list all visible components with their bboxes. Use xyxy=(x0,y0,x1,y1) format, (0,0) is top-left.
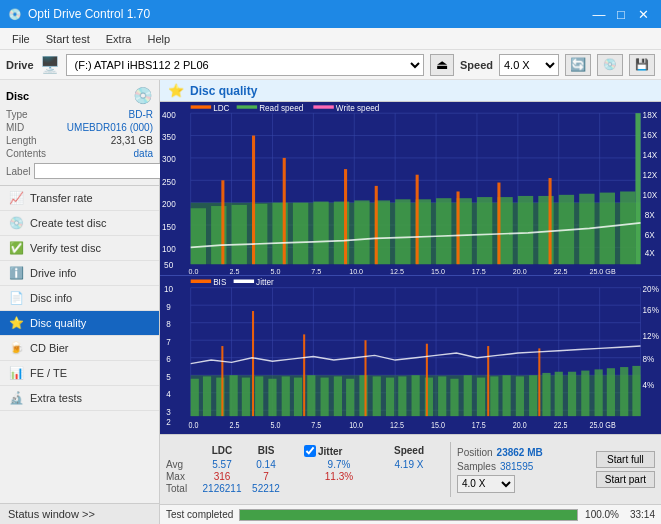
svg-text:10.0: 10.0 xyxy=(349,421,363,431)
length-label: Length xyxy=(6,135,37,146)
jitter-checkbox[interactable] xyxy=(304,445,316,457)
svg-rect-145 xyxy=(303,335,305,417)
start-full-button[interactable]: Start full xyxy=(596,451,655,468)
svg-rect-118 xyxy=(321,378,329,417)
svg-rect-112 xyxy=(242,378,250,417)
svg-rect-134 xyxy=(529,376,537,417)
contents-label: Contents xyxy=(6,148,46,159)
progress-percent: 100.0% xyxy=(584,509,619,520)
maximize-button[interactable]: □ xyxy=(611,4,631,24)
nav-verify-test-disc-label: Verify test disc xyxy=(30,242,101,254)
progress-bar-container xyxy=(239,509,578,521)
svg-text:50: 50 xyxy=(164,259,173,269)
menu-bar: File Start test Extra Help xyxy=(0,28,661,50)
nav-create-test-disc-label: Create test disc xyxy=(30,217,106,229)
refresh-button[interactable]: 🔄 xyxy=(565,54,591,76)
max-label: Max xyxy=(166,471,198,482)
samples-value: 381595 xyxy=(500,461,533,472)
svg-rect-127 xyxy=(438,377,446,417)
svg-rect-45 xyxy=(252,136,255,265)
nav-disc-info-label: Disc info xyxy=(30,292,72,304)
svg-text:100: 100 xyxy=(162,244,176,254)
disc-button[interactable]: 💿 xyxy=(597,54,623,76)
svg-text:7.5: 7.5 xyxy=(311,267,321,275)
bis-header: BIS xyxy=(246,445,286,457)
speed-label: Speed xyxy=(460,59,493,71)
top-chart-svg: 400 350 300 250 200 150 100 50 18X 16X 1… xyxy=(160,102,661,275)
svg-rect-115 xyxy=(282,377,290,417)
svg-rect-48 xyxy=(375,186,378,264)
disc-quality-header-icon: ⭐ xyxy=(168,83,184,98)
nav-drive-info[interactable]: ℹ️ Drive info xyxy=(0,261,159,286)
menu-help[interactable]: Help xyxy=(139,31,178,47)
svg-text:400: 400 xyxy=(162,109,176,119)
svg-text:7: 7 xyxy=(166,337,171,348)
svg-rect-116 xyxy=(294,378,302,417)
label-input[interactable] xyxy=(34,163,167,179)
type-label: Type xyxy=(6,109,28,120)
menu-start-test[interactable]: Start test xyxy=(38,31,98,47)
svg-text:12%: 12% xyxy=(643,331,660,342)
nav-create-test-disc[interactable]: 💿 Create test disc xyxy=(0,211,159,236)
nav-extra-tests-label: Extra tests xyxy=(30,392,82,404)
nav-disc-info[interactable]: 📄 Disc info xyxy=(0,286,159,311)
minimize-button[interactable]: — xyxy=(589,4,609,24)
nav-transfer-rate[interactable]: 📈 Transfer rate xyxy=(0,186,159,211)
svg-text:6: 6 xyxy=(166,354,171,365)
length-value: 23,31 GB xyxy=(111,135,153,146)
nav-fe-te[interactable]: 📊 FE / TE xyxy=(0,361,159,386)
status-window-button[interactable]: Status window >> xyxy=(0,503,159,524)
menu-extra[interactable]: Extra xyxy=(98,31,140,47)
content-area: ⭐ Disc quality xyxy=(160,80,661,524)
disc-panel-title: Disc xyxy=(6,90,29,102)
disc-info-icon: 📄 xyxy=(8,291,24,305)
svg-rect-23 xyxy=(232,205,247,264)
close-button[interactable]: ✕ xyxy=(633,4,653,24)
svg-text:10.0: 10.0 xyxy=(349,267,363,275)
svg-text:20%: 20% xyxy=(643,284,660,295)
svg-rect-35 xyxy=(477,197,492,264)
svg-text:17.5: 17.5 xyxy=(472,421,486,431)
svg-rect-21 xyxy=(191,208,206,264)
svg-rect-137 xyxy=(568,372,576,416)
svg-rect-146 xyxy=(364,341,366,417)
svg-rect-122 xyxy=(373,377,381,417)
save-button[interactable]: 💾 xyxy=(629,54,655,76)
svg-rect-37 xyxy=(518,196,533,264)
mid-value: UMEBDR016 (000) xyxy=(67,122,153,133)
eject-button[interactable]: ⏏ xyxy=(430,54,454,76)
drive-select[interactable]: (F:) ATAPI iHBS112 2 PL06 xyxy=(66,54,424,76)
svg-text:8%: 8% xyxy=(643,354,655,365)
svg-text:Jitter: Jitter xyxy=(256,277,274,288)
nav-verify-test-disc[interactable]: ✅ Verify test disc xyxy=(0,236,159,261)
svg-text:350: 350 xyxy=(162,132,176,142)
test-speed-select[interactable]: 4.0 X xyxy=(457,475,515,493)
sidebar: Disc 💿 Type BD-R MID UMEBDR016 (000) Len… xyxy=(0,80,160,524)
avg-bis: 0.14 xyxy=(246,459,286,470)
svg-text:BIS: BIS xyxy=(213,277,226,288)
svg-text:200: 200 xyxy=(162,199,176,209)
svg-text:25.0 GB: 25.0 GB xyxy=(589,421,615,431)
svg-rect-31 xyxy=(395,199,410,264)
mid-label: MID xyxy=(6,122,24,133)
menu-file[interactable]: File xyxy=(4,31,38,47)
speed-select[interactable]: 4.0 X xyxy=(499,54,559,76)
total-label: Total xyxy=(166,483,198,494)
max-ldc: 316 xyxy=(198,471,246,482)
svg-text:12.5: 12.5 xyxy=(390,267,404,275)
nav-cd-bier[interactable]: 🍺 CD Bier xyxy=(0,336,159,361)
cd-bier-icon: 🍺 xyxy=(8,341,24,355)
start-part-button[interactable]: Start part xyxy=(596,471,655,488)
extra-tests-icon: 🔬 xyxy=(8,391,24,405)
nav-extra-tests[interactable]: 🔬 Extra tests xyxy=(0,386,159,411)
fe-te-icon: 📊 xyxy=(8,366,24,380)
speed-header: Speed xyxy=(374,445,444,457)
nav-fe-te-label: FE / TE xyxy=(30,367,67,379)
svg-text:2.5: 2.5 xyxy=(230,267,240,275)
title-bar: 💿 Opti Drive Control 1.70 — □ ✕ xyxy=(0,0,661,28)
svg-rect-52 xyxy=(549,178,552,264)
svg-rect-33 xyxy=(436,198,451,264)
nav-drive-info-label: Drive info xyxy=(30,267,76,279)
svg-text:14X: 14X xyxy=(643,150,658,160)
nav-disc-quality[interactable]: ⭐ Disc quality xyxy=(0,311,159,336)
